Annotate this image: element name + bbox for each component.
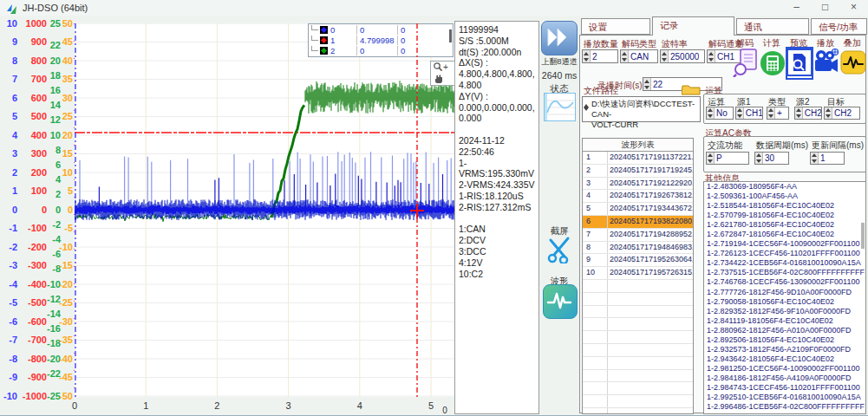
close-button[interactable]: × <box>839 0 868 16</box>
waveform-row[interactable]: 42024051717192673812.j <box>583 190 693 203</box>
other-info-line[interactable]: 1-2.621780-181056F4-EC10C40E02 <box>704 220 865 230</box>
spin-down-icon[interactable] <box>737 114 742 118</box>
waveform-row[interactable]: 22024051717191719245.j <box>583 165 693 178</box>
preview-button[interactable] <box>786 48 813 79</box>
tab-信号/功率计[interactable]: 信号/功率计 <box>811 18 867 35</box>
operation-运算[interactable]: No <box>706 107 734 120</box>
spinner-arrows[interactable] <box>795 107 803 119</box>
waveform-row[interactable]: 92024051717195263064.j <box>583 254 693 267</box>
other-info-line[interactable]: 1-2.737515-1CEB56F4-02C800FFFFFFFFFF <box>704 268 865 277</box>
waveform-row[interactable]: 82024051717194846983.j <box>583 242 693 255</box>
waveform-row[interactable] <box>583 318 693 331</box>
spin-down-icon[interactable] <box>756 159 761 163</box>
other-info-list[interactable]: 1-2.483069-180956F4-AA1-2.509361-100AF45… <box>703 181 866 414</box>
spinner-arrows[interactable] <box>825 107 832 119</box>
file-path-box[interactable]: D:\快速访问资料\DCCTEST-CAN-VOLT-CURR <box>582 96 701 122</box>
other-info-line[interactable]: 1-2.841119-181056F4-EC10C40E02 <box>704 316 865 326</box>
spinner-arrows[interactable] <box>621 50 629 62</box>
spin-up-icon[interactable] <box>622 52 627 55</box>
screenshot-scissors-button[interactable] <box>546 235 573 263</box>
other-info-line[interactable]: 1-2.777726-1812F456-9D10A00F0000FD <box>704 288 865 297</box>
path-down-icon[interactable] <box>584 107 589 111</box>
other-info-line[interactable]: 1-2.992510-1CEB56F4-016810010090A15A <box>704 393 865 402</box>
tab-设置[interactable]: 设置 <box>581 18 650 35</box>
spin-up-icon[interactable] <box>796 108 801 112</box>
other-info-line[interactable]: 1-2.790058-181056F4-EC10C40E02 <box>704 297 865 307</box>
waveform-row[interactable] <box>583 344 693 357</box>
spin-down-icon[interactable] <box>644 86 649 89</box>
waveform-row[interactable] <box>583 395 693 408</box>
operation-目标[interactable]: CH2 <box>824 107 860 120</box>
waveform-view-button[interactable] <box>543 284 578 319</box>
spinner-arrows[interactable] <box>661 50 669 62</box>
waveform-list-table[interactable]: 波形列表12024051717191137221.j22024051717191… <box>582 138 694 414</box>
pan-hand-icon[interactable] <box>433 73 443 85</box>
spinner-arrows[interactable] <box>643 78 651 90</box>
ac-field-2[interactable]: 1 <box>810 152 845 165</box>
spinner-arrows[interactable] <box>708 50 715 62</box>
calculate-button[interactable] <box>760 48 786 79</box>
waveform-row[interactable] <box>583 357 693 370</box>
other-info-line[interactable]: 1-2.943642-181056F4-EC10C40E02 <box>704 354 865 364</box>
waveform-row[interactable] <box>583 382 693 395</box>
spin-up-icon[interactable] <box>737 108 742 112</box>
spin-up-icon[interactable] <box>708 52 714 55</box>
maximize-button[interactable]: □ <box>811 0 839 16</box>
other-info-line[interactable]: 1-2.984743-1CECF456-110201FFFF001100 <box>704 383 865 393</box>
waveform-row[interactable] <box>583 293 693 306</box>
spin-up-icon[interactable] <box>812 153 817 157</box>
spin-up-icon[interactable] <box>708 153 713 157</box>
spin-down-icon[interactable] <box>812 159 817 163</box>
spin-down-icon[interactable] <box>796 114 801 118</box>
other-info-line[interactable]: 1-2.892506-181056F4-EC10C40E02 <box>704 335 865 345</box>
tab-通讯[interactable]: 通讯 <box>736 18 809 35</box>
spin-down-icon[interactable] <box>708 159 713 163</box>
zoom-magnifier-icon[interactable] <box>433 62 443 74</box>
other-info-line[interactable]: 1-2.981250-1CEC56F4-10090002FF001100 <box>704 364 865 374</box>
cursor-lines[interactable] <box>75 23 454 397</box>
spin-down-icon[interactable] <box>708 114 713 118</box>
spin-down-icon[interactable] <box>826 114 831 118</box>
spin-up-icon[interactable] <box>826 108 831 112</box>
other-info-scrollbar-thumb[interactable] <box>861 223 865 249</box>
waveform-row[interactable]: 72024051717194288952.j <box>583 229 693 242</box>
play-button[interactable] <box>813 48 839 79</box>
spinner-arrows[interactable] <box>755 153 763 164</box>
overlay-button[interactable] <box>840 48 866 79</box>
operation-类型[interactable]: + <box>767 107 789 120</box>
zoom-tools[interactable]: + <box>430 61 455 86</box>
ac-field-0[interactable]: P <box>706 152 749 165</box>
waveform-row[interactable] <box>583 370 693 383</box>
minimize-button[interactable]: – <box>782 0 811 16</box>
other-info-line[interactable]: 1-2.570799-181056F4-EC10C40E02 <box>704 211 865 220</box>
path-spinner[interactable] <box>584 104 589 111</box>
other-info-line[interactable]: 1-2.518544-181056F4-EC10C40E02 <box>704 201 865 211</box>
spinner-arrows[interactable] <box>707 107 715 119</box>
waveform-row[interactable]: 32024051717192122920.j <box>583 178 693 191</box>
zoom-plus-label[interactable]: + <box>443 62 448 72</box>
spin-down-icon[interactable] <box>662 58 667 62</box>
decode-button[interactable] <box>733 48 759 79</box>
spin-up-icon[interactable] <box>768 108 773 112</box>
other-info-line[interactable]: 1-2.984186-1812F456-A4109A0F0000FD <box>704 374 865 383</box>
waveform-row[interactable] <box>583 331 693 344</box>
other-info-line[interactable]: 1-2.880962-1812F456-A010A00F0000FD <box>704 326 865 335</box>
spin-up-icon[interactable] <box>662 52 667 55</box>
waveform-row[interactable]: 62024051717193822080.j <box>583 216 693 229</box>
page-up-8ch-button[interactable] <box>541 21 578 55</box>
waveform-row[interactable]: 52024051717193443672.j <box>583 203 693 216</box>
spin-down-icon[interactable] <box>584 58 589 62</box>
spin-down-icon[interactable] <box>622 58 627 62</box>
ac-field-1[interactable]: 30 <box>754 152 789 165</box>
other-info-line[interactable]: 1-2.719194-1CEC56F4-10090002FF001100 <box>704 239 865 249</box>
waveform-row[interactable]: 12024051717191137221.j <box>583 152 693 165</box>
spin-up-icon[interactable] <box>584 52 589 55</box>
other-info-line[interactable]: 1-2.672847-181056F4-EC10C40E02 <box>704 230 865 239</box>
waveform-row[interactable]: 102024051717195726315.j <box>583 267 693 280</box>
spinner-arrows[interactable] <box>811 153 819 164</box>
operation-源2[interactable]: CH2 <box>794 107 822 120</box>
other-info-line[interactable]: 1-2.746768-1CECF456-13090002FF001100 <box>704 277 865 287</box>
spin-down-icon[interactable] <box>708 58 714 62</box>
field-播放数量[interactable]: 2 <box>582 49 618 63</box>
waveform-row[interactable] <box>583 408 693 414</box>
